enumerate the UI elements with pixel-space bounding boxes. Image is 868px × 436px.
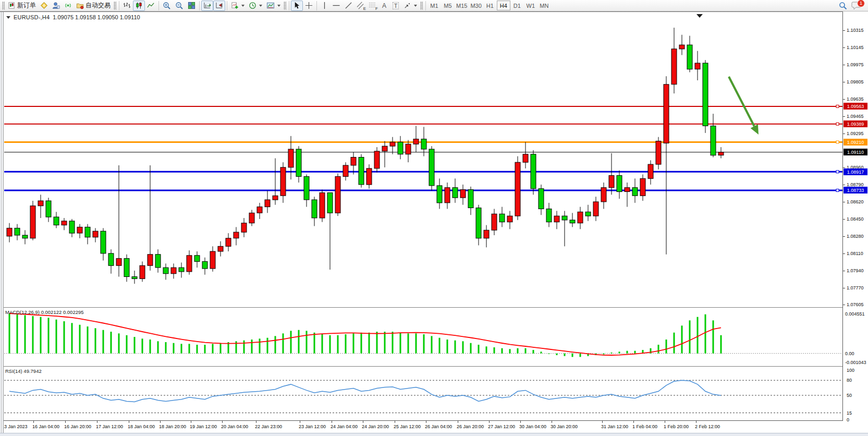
add-indicator-button[interactable] (229, 1, 247, 11)
fibonacci-tool-button[interactable]: F (366, 1, 378, 11)
candle (499, 207, 505, 227)
candle (77, 224, 82, 238)
panel-splitter[interactable] (0, 12, 4, 433)
zoom-in-button[interactable] (161, 1, 173, 11)
tab-timeframe-h4[interactable]: H4 (497, 1, 510, 10)
pane-separator[interactable] (0, 366, 868, 367)
pane-separator[interactable] (0, 307, 868, 308)
macd-histogram-bar (79, 325, 81, 354)
macd-histogram-bar (220, 343, 222, 354)
tab-timeframe-m5[interactable]: M5 (441, 1, 455, 10)
rsi-tick-label: 0 (847, 417, 849, 422)
macd-tick-label: 0.00 (845, 351, 854, 356)
macd-histogram-bar (447, 340, 448, 354)
price-level-tag: 1.09210 (843, 139, 867, 146)
tab-timeframe-m1[interactable]: M1 (427, 1, 441, 10)
macd-histogram-bar (415, 333, 417, 353)
line-handle[interactable] (836, 105, 839, 107)
tab-timeframe-mn[interactable]: MN (537, 1, 551, 10)
macd-histogram-bar (603, 354, 605, 355)
macd-histogram-bar (376, 332, 378, 354)
chart-shift-icon (215, 2, 223, 9)
toolbar-separator (425, 1, 426, 10)
macd-histogram-bar (666, 340, 667, 354)
price-chart-pane[interactable] (4, 12, 842, 307)
annotation-arrow-shaft[interactable] (729, 77, 754, 126)
candle-body (453, 188, 458, 198)
crosshair-button[interactable] (303, 1, 315, 11)
line-handle[interactable] (836, 141, 839, 143)
auto-scroll-button[interactable] (201, 1, 213, 11)
tab-timeframe-w1[interactable]: W1 (524, 1, 537, 10)
candle-body (359, 158, 364, 185)
toolbar-grip[interactable] (2, 2, 5, 10)
macd-indicator-pane[interactable] (4, 308, 842, 366)
macd-histogram-bar (486, 346, 487, 353)
candlestick-chart-button[interactable] (133, 1, 145, 11)
candle (679, 35, 684, 55)
time-tick-label: 1 Feb 20:00 (664, 424, 689, 429)
candle-body (124, 259, 129, 277)
search-icon[interactable] (839, 2, 847, 10)
autotrading-button[interactable]: 自动交易 (74, 1, 113, 11)
collapse-chart-icon[interactable] (6, 16, 10, 19)
candle (539, 185, 544, 215)
candle (38, 195, 43, 218)
signals-button[interactable] (62, 1, 74, 11)
toolbar-grip[interactable] (284, 2, 286, 10)
macd-histogram-bar (619, 352, 620, 353)
arrows-tool-button[interactable] (401, 1, 419, 11)
trendline-tool-button[interactable] (343, 1, 354, 11)
tab-timeframe-h1[interactable]: H1 (483, 1, 497, 10)
rsi-indicator-pane[interactable] (4, 367, 842, 420)
horizontal-line-tool-button[interactable] (330, 1, 343, 11)
macd-histogram-bar (243, 341, 245, 354)
zoom-out-button[interactable] (173, 1, 186, 11)
toolbar-grip[interactable] (420, 2, 423, 10)
cursor-button[interactable] (291, 1, 303, 11)
tab-timeframe-d1[interactable]: D1 (510, 1, 524, 10)
auto-scroll-icon (203, 2, 211, 9)
vertical-line-tool-button[interactable] (319, 1, 330, 11)
periods-button[interactable] (247, 1, 264, 11)
candle-body (445, 188, 450, 203)
bar-chart-button[interactable] (121, 1, 133, 11)
candle (664, 76, 669, 255)
toolbar-separator (289, 1, 289, 10)
channel-tool-button[interactable]: E (354, 1, 366, 11)
tab-timeframe-m30[interactable]: M30 (469, 1, 483, 10)
line-handle[interactable] (836, 171, 839, 173)
new-order-label: 新订单 (17, 1, 36, 10)
text-tool-button[interactable]: A (378, 1, 390, 11)
toolbar-grip[interactable] (114, 2, 116, 10)
price-axis[interactable]: 1.103151.101451.099751.098051.096351.094… (843, 11, 868, 421)
macd-histogram-bar (329, 335, 331, 354)
line-handle[interactable] (836, 189, 839, 192)
tab-timeframe-m15[interactable]: M15 (455, 1, 469, 10)
tile-windows-button[interactable] (186, 1, 198, 11)
macd-histogram-bar (259, 338, 261, 353)
candle (234, 227, 239, 245)
text-label-tool-button[interactable]: T (390, 1, 401, 11)
templates-button[interactable] (264, 1, 283, 11)
chat-button[interactable]: 1 (851, 1, 863, 11)
profile-button[interactable] (50, 1, 62, 11)
dropdown-caret-icon (414, 5, 417, 7)
new-order-button[interactable]: 新订单 (6, 1, 38, 11)
candle-body (507, 216, 512, 222)
candle-body (484, 230, 489, 238)
chart-shift-marker[interactable] (696, 14, 703, 18)
candle-body (585, 212, 591, 216)
time-axis[interactable]: 13 Jan 202316 Jan 04:0016 Jan 20:0017 Ja… (0, 421, 868, 433)
candle (116, 165, 121, 277)
line-handle[interactable] (836, 123, 839, 125)
line-chart-button[interactable] (145, 1, 157, 11)
chart-shift-button[interactable] (213, 1, 225, 11)
macd-histogram-bar (267, 338, 268, 354)
candle-body (218, 246, 223, 251)
macd-histogram-bar (251, 340, 253, 354)
macd-histogram-bar (87, 326, 89, 354)
editor-button[interactable] (38, 1, 50, 11)
candle-body (640, 178, 645, 196)
price-level-tag: 1.09563 (843, 103, 867, 110)
